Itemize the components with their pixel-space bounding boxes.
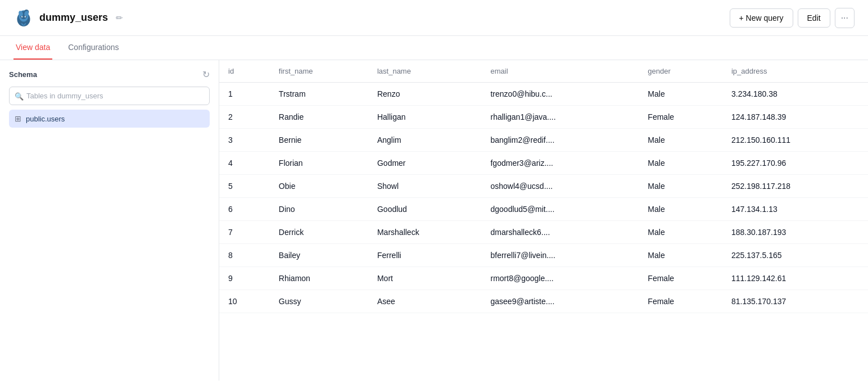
svg-point-6 xyxy=(21,16,23,17)
table-row: 9RhiamonMortrmort8@google....Female111.1… xyxy=(219,267,868,290)
col-header-id: id xyxy=(219,60,270,83)
cell-first_name: Bailey xyxy=(270,244,368,267)
cell-first_name: Gussy xyxy=(270,290,368,313)
tabs-bar: View data Configurations xyxy=(0,36,868,60)
cell-gender: Male xyxy=(639,244,722,267)
cell-last_name: Mort xyxy=(368,267,482,290)
cell-first_name: Obie xyxy=(270,175,368,198)
cell-gender: Male xyxy=(639,221,722,244)
cell-id: 2 xyxy=(219,106,270,129)
cell-ip_address: 124.187.148.39 xyxy=(722,106,868,129)
cell-ip_address: 188.30.187.193 xyxy=(722,221,868,244)
data-table-area: id first_name last_name email gender ip_… xyxy=(219,60,868,381)
col-header-ip-address: ip_address xyxy=(722,60,868,83)
cell-id: 5 xyxy=(219,175,270,198)
header: dummy_users ✏ + New query Edit ··· xyxy=(0,0,868,36)
col-header-email: email xyxy=(481,60,639,83)
cell-id: 1 xyxy=(219,83,270,106)
cell-ip_address: 3.234.180.38 xyxy=(722,83,868,106)
cell-id: 9 xyxy=(219,267,270,290)
cell-ip_address: 111.129.142.61 xyxy=(722,267,868,290)
header-row: id first_name last_name email gender ip_… xyxy=(219,60,868,83)
table-icon: ⊞ xyxy=(15,114,21,123)
cell-last_name: Halligan xyxy=(368,106,482,129)
table-item-users[interactable]: ⊞ public.users xyxy=(9,110,210,128)
cell-email: bferrelli7@livein.... xyxy=(481,244,639,267)
db-title: dummy_users xyxy=(39,12,108,24)
cell-first_name: Rhiamon xyxy=(270,267,368,290)
search-input[interactable] xyxy=(9,87,210,105)
table-row: 1TrstramRenzotrenzo0@hibu.c...Male3.234.… xyxy=(219,83,868,106)
cell-ip_address: 225.137.5.165 xyxy=(722,244,868,267)
main-content: Schema ↻ 🔍 ⊞ public.users id first_name … xyxy=(0,60,868,381)
cell-last_name: Marshalleck xyxy=(368,221,482,244)
cell-first_name: Derrick xyxy=(270,221,368,244)
cell-gender: Male xyxy=(639,198,722,221)
more-options-button[interactable]: ··· xyxy=(835,8,855,28)
data-table: id first_name last_name email gender ip_… xyxy=(219,60,868,313)
cell-last_name: Renzo xyxy=(368,83,482,106)
table-row: 4FlorianGodmerfgodmer3@ariz....Male195.2… xyxy=(219,152,868,175)
cell-gender: Male xyxy=(639,83,722,106)
cell-gender: Female xyxy=(639,106,722,129)
edit-icon[interactable]: ✏ xyxy=(114,11,125,25)
table-header: id first_name last_name email gender ip_… xyxy=(219,60,868,83)
table-row: 2RandieHalliganrhalligan1@java....Female… xyxy=(219,106,868,129)
sidebar: Schema ↻ 🔍 ⊞ public.users xyxy=(0,60,219,381)
cell-first_name: Dino xyxy=(270,198,368,221)
cell-email: trenzo0@hibu.c... xyxy=(481,83,639,106)
edit-button[interactable]: Edit xyxy=(798,8,830,28)
cell-last_name: Anglim xyxy=(368,129,482,152)
svg-point-7 xyxy=(24,16,26,17)
cell-first_name: Florian xyxy=(270,152,368,175)
cell-first_name: Randie xyxy=(270,106,368,129)
cell-gender: Male xyxy=(639,129,722,152)
cell-ip_address: 195.227.170.96 xyxy=(722,152,868,175)
tab-configurations[interactable]: Configurations xyxy=(66,36,121,60)
cell-id: 8 xyxy=(219,244,270,267)
cell-gender: Male xyxy=(639,175,722,198)
table-row: 5ObieShowloshowl4@ucsd....Male252.198.11… xyxy=(219,175,868,198)
cell-first_name: Trstram xyxy=(270,83,368,106)
cell-ip_address: 147.134.1.13 xyxy=(722,198,868,221)
cell-email: oshowl4@ucsd.... xyxy=(481,175,639,198)
cell-email: fgodmer3@ariz.... xyxy=(481,152,639,175)
cell-ip_address: 212.150.160.111 xyxy=(722,129,868,152)
cell-email: gasee9@artiste.... xyxy=(481,290,639,313)
table-item-label: public.users xyxy=(26,115,65,123)
tab-view-data[interactable]: View data xyxy=(13,36,52,60)
search-container: 🔍 xyxy=(9,87,210,105)
table-row: 8BaileyFerrellibferrelli7@livein....Male… xyxy=(219,244,868,267)
cell-email: banglim2@redif.... xyxy=(481,129,639,152)
cell-gender: Female xyxy=(639,267,722,290)
refresh-icon[interactable]: ↻ xyxy=(202,69,210,80)
table-body: 1TrstramRenzotrenzo0@hibu.c...Male3.234.… xyxy=(219,83,868,313)
cell-ip_address: 252.198.117.218 xyxy=(722,175,868,198)
table-row: 10GussyAseegasee9@artiste....Female81.13… xyxy=(219,290,868,313)
new-query-button[interactable]: + New query xyxy=(730,8,793,28)
cell-id: 4 xyxy=(219,152,270,175)
header-left: dummy_users ✏ xyxy=(13,8,125,28)
cell-id: 10 xyxy=(219,290,270,313)
cell-email: dgoodlud5@mit.... xyxy=(481,198,639,221)
col-header-first-name: first_name xyxy=(270,60,368,83)
search-icon: 🔍 xyxy=(15,92,24,100)
cell-first_name: Bernie xyxy=(270,129,368,152)
cell-id: 6 xyxy=(219,198,270,221)
cell-email: rmort8@google.... xyxy=(481,267,639,290)
header-right: + New query Edit ··· xyxy=(730,8,855,28)
cell-last_name: Godmer xyxy=(368,152,482,175)
cell-email: dmarshalleck6.... xyxy=(481,221,639,244)
cell-last_name: Goodlud xyxy=(368,198,482,221)
col-header-last-name: last_name xyxy=(368,60,482,83)
schema-title: Schema xyxy=(9,70,37,79)
cell-last_name: Showl xyxy=(368,175,482,198)
sidebar-header: Schema ↻ xyxy=(9,69,210,80)
table-row: 6DinoGoodluddgoodlud5@mit....Male147.134… xyxy=(219,198,868,221)
table-row: 7DerrickMarshalleckdmarshalleck6....Male… xyxy=(219,221,868,244)
cell-id: 3 xyxy=(219,129,270,152)
cell-id: 7 xyxy=(219,221,270,244)
pg-logo xyxy=(13,8,34,28)
table-row: 3BernieAnglimbanglim2@redif....Male212.1… xyxy=(219,129,868,152)
cell-last_name: Asee xyxy=(368,290,482,313)
